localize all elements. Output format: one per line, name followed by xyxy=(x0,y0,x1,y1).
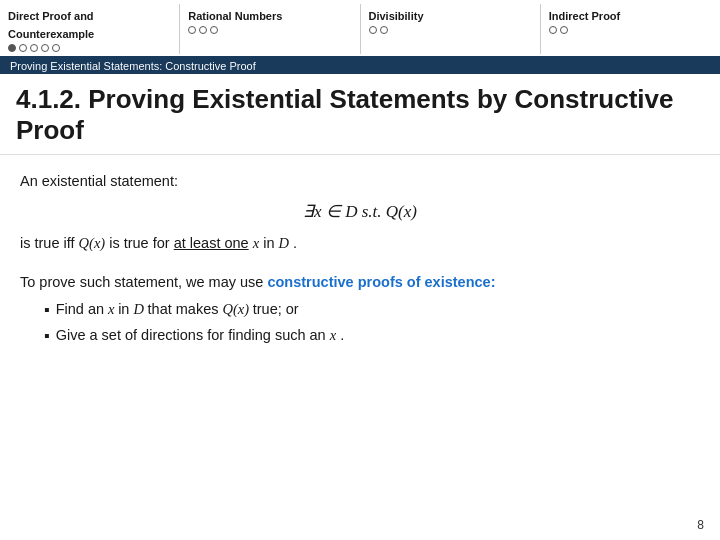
period: . xyxy=(293,235,297,251)
bullet2-x: x xyxy=(330,327,336,343)
second-para-start: To prove such statement, we may use xyxy=(20,274,263,290)
dot-d1 xyxy=(369,26,377,34)
bullet-1-text: Find an x in D that makes Q(x) true; or xyxy=(56,298,299,321)
bullet-item-2: ▪ Give a set of directions for finding s… xyxy=(44,324,700,348)
bullet2-give: Give a set of directions for finding suc… xyxy=(56,327,326,343)
nav-dots-div xyxy=(369,26,532,34)
bullet2-period: . xyxy=(340,327,344,343)
dot-2 xyxy=(19,44,27,52)
dot-r2 xyxy=(199,26,207,34)
at-least-one: at least one xyxy=(174,235,249,251)
bullet-item-1: ▪ Find an x in D that makes Q(x) true; o… xyxy=(44,298,700,322)
main-title: 4.1.2. Proving Existential Statements by… xyxy=(0,74,720,155)
nav-bar: Direct Proof and Counterexample Rational… xyxy=(0,0,720,58)
nav-section-title-indirect: Indirect Proof xyxy=(549,10,621,22)
bullet-marker-2: ▪ xyxy=(44,324,50,348)
dot-4 xyxy=(41,44,49,52)
second-paragraph: To prove such statement, we may use cons… xyxy=(20,270,700,295)
bullet1-x: x xyxy=(108,301,118,317)
main-title-text: 4.1.2. Proving Existential Statements by… xyxy=(16,84,673,145)
dot-r1 xyxy=(188,26,196,34)
bullet1-that-makes: that makes xyxy=(148,301,219,317)
math-formula-text: ∃x ∈ D s.t. Q(x) xyxy=(303,202,417,221)
second-section: To prove such statement, we may use cons… xyxy=(20,270,700,349)
dot-r3 xyxy=(210,26,218,34)
bullet-marker-1: ▪ xyxy=(44,298,50,322)
bullet1-true: true; or xyxy=(253,301,299,317)
math-formula: ∃x ∈ D s.t. Q(x) xyxy=(20,198,700,227)
content-area: An existential statement: ∃x ∈ D s.t. Q(… xyxy=(0,155,720,360)
intro-paragraph: An existential statement: xyxy=(20,169,700,194)
nav-section-rational[interactable]: Rational Numbers xyxy=(180,4,360,54)
bullet1-find: Find an xyxy=(56,301,104,317)
subtitle-bar: Proving Existential Statements: Construc… xyxy=(0,58,720,74)
bullet-list: ▪ Find an x in D that makes Q(x) true; o… xyxy=(44,298,700,348)
intro-label: An existential statement: xyxy=(20,173,178,189)
dot-i2 xyxy=(560,26,568,34)
nav-dots-indirect xyxy=(549,26,712,34)
nav-section-direct-proof[interactable]: Direct Proof and Counterexample xyxy=(0,4,180,54)
dot-5 xyxy=(52,44,60,52)
nav-section-title-div: Divisibility xyxy=(369,10,424,22)
bullet1-d: D xyxy=(133,301,147,317)
page-number-text: 8 xyxy=(697,518,704,532)
nav-section-indirect[interactable]: Indirect Proof xyxy=(541,4,720,54)
dot-d2 xyxy=(380,26,388,34)
nav-section-divisibility[interactable]: Divisibility xyxy=(361,4,541,54)
dot-i1 xyxy=(549,26,557,34)
bullet1-qx: Q(x) xyxy=(223,301,253,317)
dot-3 xyxy=(30,44,38,52)
math-qx: Q(x) xyxy=(79,235,106,251)
page-number: 8 xyxy=(697,518,704,532)
conclusion-paragraph: is true iff Q(x) is true for at least on… xyxy=(20,231,700,256)
bullet1-in: in xyxy=(118,301,129,317)
nav-section-title-rational: Rational Numbers xyxy=(188,10,282,22)
nav-section-title: Direct Proof and Counterexample xyxy=(8,10,94,40)
nav-dots-rational xyxy=(188,26,351,34)
is-true-iff: is true iff xyxy=(20,235,79,251)
subtitle-text: Proving Existential Statements: Construc… xyxy=(10,60,256,72)
bullet-2-text: Give a set of directions for finding suc… xyxy=(56,324,345,347)
is-true-for: is true for xyxy=(109,235,173,251)
math-x: x xyxy=(253,235,259,251)
nav-dots-direct-proof xyxy=(8,44,171,52)
in-text: in xyxy=(263,235,278,251)
dot-1 xyxy=(8,44,16,52)
math-d: D xyxy=(278,235,288,251)
blue-text: constructive proofs of existence: xyxy=(267,274,495,290)
